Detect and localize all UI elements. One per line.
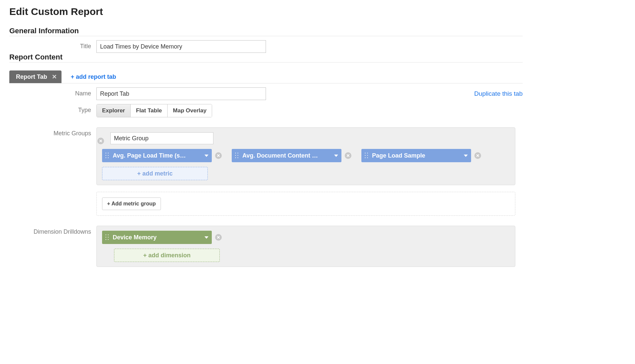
chevron-down-icon [204,236,208,239]
metric-chip-label: Avg. Page Load Time (s… [113,152,202,159]
label-metric-groups: Metric Groups [9,127,96,137]
tab-report-tab[interactable]: Report Tab ✕ [9,70,62,83]
metric-chips-row: Avg. Page Load Time (s… Avg. Document Co… [102,149,510,162]
title-input[interactable] [96,40,266,53]
type-explorer-button[interactable]: Explorer [97,104,131,117]
remove-metric-icon[interactable] [215,152,222,159]
metric-chip[interactable]: Avg. Document Content … [232,149,341,162]
add-metric-group-panel: + Add metric group [96,192,515,216]
chevron-down-icon [334,155,338,157]
metric-chip[interactable]: Page Load Sample [361,149,471,162]
drag-handle-icon[interactable] [364,152,369,159]
add-report-tab-link[interactable]: + add report tab [71,73,116,83]
dimension-drilldowns-panel: Device Memory + add dimension [96,226,515,267]
metric-chip-label: Page Load Sample [372,152,461,159]
metric-chip-label: Avg. Document Content … [242,152,331,159]
remove-metric-icon[interactable] [345,152,351,159]
drag-handle-icon[interactable] [105,152,109,159]
remove-metric-group-icon[interactable] [97,138,104,144]
tab-report-tab-label: Report Tab [16,73,47,80]
metric-group-panel: Avg. Page Load Time (s… Avg. Document Co… [96,127,515,185]
dimension-chip-label: Device Memory [113,234,202,241]
remove-dimension-icon[interactable] [215,234,222,241]
label-dimension-drilldowns: Dimension Drilldowns [9,226,96,235]
close-icon[interactable]: ✕ [52,73,57,80]
duplicate-tab-link[interactable]: Duplicate this tab [474,87,523,97]
drag-handle-icon[interactable] [234,152,239,159]
add-dimension-button[interactable]: + add dimension [114,249,220,262]
chevron-down-icon [204,155,208,157]
add-metric-group-button[interactable]: + Add metric group [102,197,161,210]
metric-chip[interactable]: Avg. Page Load Time (s… [102,149,212,162]
label-name: Name [9,87,96,97]
dimension-chip[interactable]: Device Memory [102,231,212,244]
section-general-information: General Information [9,27,523,36]
add-metric-button[interactable]: + add metric [102,167,208,180]
type-map-overlay-button[interactable]: Map Overlay [168,104,212,117]
chevron-down-icon [464,155,468,157]
section-report-content: Report Content [9,53,523,62]
remove-metric-icon[interactable] [474,152,481,159]
metric-group-name-input[interactable] [110,132,213,144]
tab-name-input[interactable] [96,87,266,100]
label-type: Type [9,104,96,114]
type-flat-table-button[interactable]: Flat Table [131,104,168,117]
type-button-group: Explorer Flat Table Map Overlay [96,104,212,117]
page-title: Edit Custom Report [9,6,523,17]
label-title: Title [9,40,96,50]
drag-handle-icon[interactable] [105,234,109,241]
report-tabs-bar: Report Tab ✕ + add report tab [9,70,523,83]
